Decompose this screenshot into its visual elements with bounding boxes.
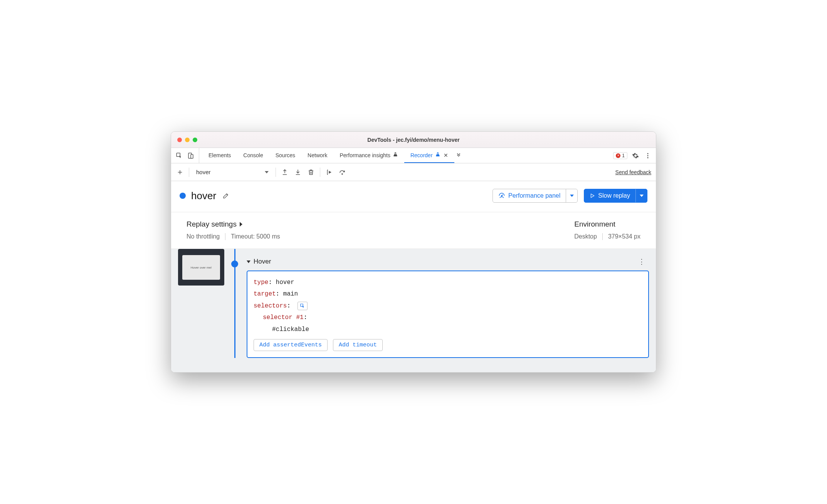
tab-label: Recorder [410,152,433,158]
tabbar-right: 1 [610,148,652,163]
recording-select[interactable]: hover [194,167,271,178]
close-tab-icon[interactable]: ✕ [444,152,448,158]
step-block: Hover ⋮ type: hover target: main selecto… [247,257,649,358]
tab-network[interactable]: Network [301,148,333,163]
traffic-lights [177,138,197,142]
separator [189,168,189,177]
button-label: Performance panel [508,192,560,199]
window-title: DevTools - jec.fyi/demo/menu-hover [367,137,459,143]
kv-type: type: hover [254,277,642,288]
step-marker [231,260,238,267]
delete-icon[interactable] [307,168,315,176]
environment-info: Environment Desktop 379×534 px [574,220,640,240]
zoom-window-button[interactable] [193,138,197,142]
tab-console[interactable]: Console [237,148,269,163]
dimensions-value: 379×534 px [608,233,640,240]
inspect-element-icon[interactable] [175,151,183,160]
play-icon [590,193,595,198]
chevron-right-icon [240,222,242,227]
settings-icon[interactable] [631,151,640,160]
header-actions: Performance panel Slow replay [493,189,647,203]
chevron-down-icon [570,195,574,197]
recording-status-dot [180,193,186,199]
tab-label: Performance insights [340,152,390,158]
throttling-value: No throttling [187,233,220,240]
slow-replay-main[interactable]: Slow replay [584,189,635,202]
error-badge[interactable]: 1 [613,152,627,159]
minimize-window-button[interactable] [185,138,190,142]
devtools-window: DevTools - jec.fyi/demo/menu-hover Eleme… [171,131,656,373]
screenshot-thumbnail[interactable]: Hover over me! [178,249,224,286]
chevron-down-icon [640,195,644,197]
more-tabs-icon[interactable] [454,151,463,160]
tab-label: Elements [208,152,231,158]
svg-rect-2 [191,155,193,158]
kv-selectors: selectors: [254,300,642,312]
timeout-value: Timeout: 5000 ms [231,233,280,240]
step-over-icon[interactable] [338,168,346,176]
separator [225,233,225,240]
step-title: Hover [254,258,271,265]
tab-sources[interactable]: Sources [269,148,301,163]
error-count: 1 [622,153,625,158]
edit-name-icon[interactable] [222,192,230,200]
timeline: Hover ⋮ type: hover target: main selecto… [231,249,649,358]
svg-point-3 [647,153,649,154]
separator [276,168,276,177]
slow-replay-button: Slow replay [584,189,647,203]
export-icon[interactable] [281,168,289,176]
tab-label: Network [308,152,327,158]
replay-settings-toggle[interactable]: Replay settings [187,220,574,228]
send-feedback-link[interactable]: Send feedback [615,169,651,175]
button-label: Slow replay [598,192,630,199]
add-asserted-events-button[interactable]: Add assertedEvents [254,339,328,351]
import-icon[interactable] [294,168,302,176]
slow-replay-caret[interactable] [635,189,647,202]
thumbnail-column: Hover over me! [178,249,224,358]
tab-recorder[interactable]: Recorder ✕ [404,148,454,163]
chevron-down-icon [247,260,250,263]
gauge-icon [498,192,505,199]
close-window-button[interactable] [177,138,182,142]
kv-selector-1: selector #1: [254,312,642,323]
kv-target: target: main [254,288,642,300]
step-play-icon[interactable] [325,168,333,176]
tabbar: Elements Console Sources Network Perform… [171,148,656,163]
recording-title: hover [180,190,230,202]
separator [320,168,320,177]
step-header[interactable]: Hover ⋮ [247,257,649,266]
performance-panel-button: Performance panel [493,189,578,203]
recording-select-value: hover [196,169,211,175]
section-title: Replay settings [187,220,237,228]
recorder-toolbar: hover Send feedback [171,163,656,181]
section-title: Environment [574,220,640,228]
settings-row: Replay settings No throttling Timeout: 5… [171,212,656,249]
step-kebab-icon[interactable]: ⋮ [638,257,646,266]
new-recording-icon[interactable] [176,168,184,176]
beaker-icon [393,152,398,158]
replay-settings-meta: No throttling Timeout: 5000 ms [187,233,574,240]
svg-point-5 [647,157,649,158]
steps-area: Hover over me! Hover ⋮ type: hover targe… [171,249,656,372]
step-details: type: hover target: main selectors: sele… [247,270,649,358]
error-icon [616,153,620,158]
svg-point-7 [501,195,502,196]
separator [602,233,603,240]
svg-point-4 [647,155,649,156]
add-timeout-button[interactable]: Add timeout [333,339,383,351]
performance-panel-main[interactable]: Performance panel [493,189,566,202]
detail-actions: Add assertedEvents Add timeout [254,339,642,351]
chevron-down-icon [265,171,269,173]
pick-selector-icon[interactable] [298,302,308,310]
replay-settings: Replay settings No throttling Timeout: 5… [187,220,574,240]
device-toolbar-icon[interactable] [187,151,195,160]
tab-label: Sources [276,152,295,158]
tab-elements[interactable]: Elements [202,148,237,163]
recording-name: hover [191,190,216,202]
svg-point-6 [342,173,343,174]
kebab-menu-icon[interactable] [644,151,652,160]
tab-performance-insights[interactable]: Performance insights [333,148,404,163]
device-value: Desktop [574,233,597,240]
performance-panel-caret[interactable] [566,189,577,202]
tabs: Elements Console Sources Network Perform… [202,148,610,163]
